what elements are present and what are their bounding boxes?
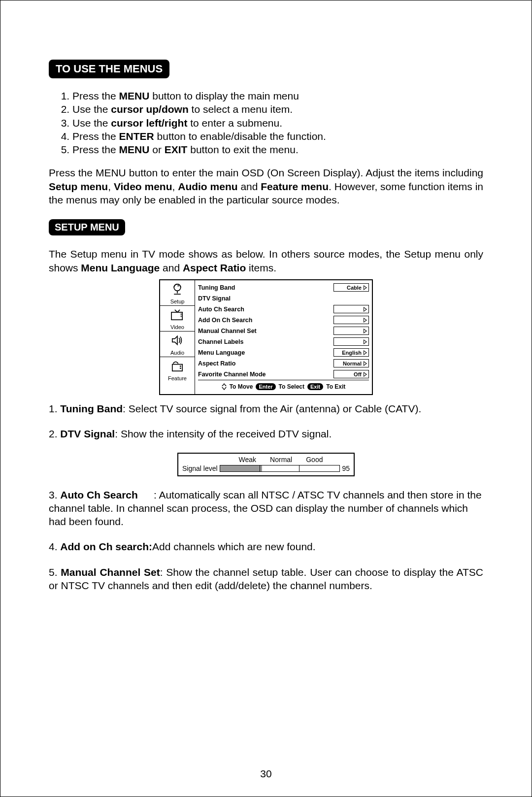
chevron-right-icon xyxy=(364,329,367,333)
osd-rows: Tuning BandCable DTV Signal Auto Ch Sear… xyxy=(195,280,372,394)
osd-tab-feature: Feature xyxy=(160,357,195,382)
heading-to-use-menus: TO USE THE MENUS xyxy=(49,60,169,78)
desc-tuning-band: 1. Tuning Band: Select TV source signal … xyxy=(49,402,483,415)
svg-rect-10 xyxy=(180,365,181,367)
osd-row-add-on-ch-search: Add On Ch Search xyxy=(198,315,369,326)
heading-setup-menu: SETUP MENU xyxy=(49,219,125,235)
setup-paragraph: The Setup menu in TV mode shows as below… xyxy=(49,247,483,274)
signal-value: 95 xyxy=(342,465,350,472)
tv-icon xyxy=(169,308,186,322)
exit-button-label: Exit xyxy=(307,383,323,390)
step-1: Press the MENU button to display the mai… xyxy=(72,89,483,102)
chevron-right-icon xyxy=(364,372,367,377)
osd-footer: To Move Enter To Select Exit To Exit xyxy=(198,380,369,392)
svg-rect-7 xyxy=(181,313,182,315)
signal-caption: Signal level xyxy=(182,465,218,472)
chevron-right-icon xyxy=(364,350,367,355)
osd-tab-video: Video xyxy=(160,306,195,332)
desc-add-on-ch-search: 4. Add on Ch search:Add channels which a… xyxy=(49,540,483,553)
signal-bar xyxy=(220,465,340,472)
step-5: Press the MENU or EXIT button to exit th… xyxy=(72,143,483,156)
page: TO USE THE MENUS Press the MENU button t… xyxy=(0,0,532,797)
speaker-icon xyxy=(169,333,186,347)
osd-tabs: Setup Video Audio Feature xyxy=(160,280,195,394)
osd-tab-audio: Audio xyxy=(160,332,195,357)
page-number: 30 xyxy=(0,768,532,780)
osd-row-aspect-ratio: Aspect RatioNormal xyxy=(198,358,369,369)
chevron-right-icon xyxy=(364,339,367,344)
satellite-icon xyxy=(169,282,186,296)
svg-rect-11 xyxy=(180,367,181,369)
signal-label-weak: Weak xyxy=(239,456,257,464)
step-4: Press the ENTER button to enable/disable… xyxy=(72,130,483,143)
osd-row-manual-channel-set: Manual Channel Set xyxy=(198,326,369,336)
chevron-right-icon xyxy=(364,285,367,290)
osd-row-channel-labels: Channel Labels xyxy=(198,336,369,347)
step-3: Use the cursor left/right to enter a sub… xyxy=(72,116,483,130)
signal-label-good: Good xyxy=(306,456,323,464)
signal-level-diagram: Weak Normal Good Signal level 95 xyxy=(177,453,355,476)
enter-button-label: Enter xyxy=(256,383,275,390)
osd-row-dtv-signal: DTV Signal xyxy=(198,293,369,304)
chevron-right-icon xyxy=(364,361,367,366)
up-down-icon xyxy=(222,383,227,390)
osd-row-auto-ch-search: Auto Ch Search xyxy=(198,304,369,315)
steps-list: Press the MENU button to display the mai… xyxy=(49,89,483,156)
desc-manual-channel-set: 5. Manual Channel Set: Show the channel … xyxy=(49,565,483,593)
osd-row-tuning-band: Tuning BandCable xyxy=(198,282,369,293)
osd-tab-setup: Setup xyxy=(160,280,195,306)
feature-icon xyxy=(169,359,186,373)
signal-label-normal: Normal xyxy=(270,456,292,464)
chevron-right-icon xyxy=(364,307,367,312)
osd-screenshot: Setup Video Audio Feature Tuning BandCab… xyxy=(159,279,373,395)
osd-row-menu-language: Menu LanguageEnglish xyxy=(198,347,369,358)
osd-row-favorite-channel-mode: Favorite Channel ModeOff xyxy=(198,369,369,380)
chevron-right-icon xyxy=(364,318,367,323)
desc-auto-ch-search: 3. Auto Ch Search: Automatically scan al… xyxy=(49,488,483,529)
svg-rect-8 xyxy=(181,316,182,317)
desc-dtv-signal: 2. DTV Signal: Show the intensity of the… xyxy=(49,427,483,440)
svg-point-3 xyxy=(177,285,179,287)
osd-paragraph: Press the MENU button to enter the main … xyxy=(49,166,483,206)
step-2: Use the cursor up/down to select a menu … xyxy=(72,102,483,116)
